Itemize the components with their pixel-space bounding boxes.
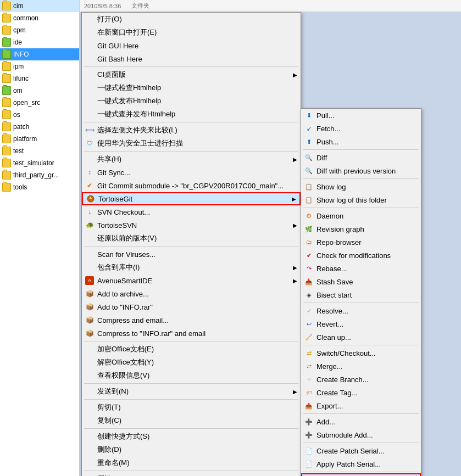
submenu-bisect-start[interactable]: ◈ Bisect start xyxy=(301,288,421,301)
sidebar-item-tools[interactable]: tools xyxy=(0,181,79,193)
sidebar-item-open-src[interactable]: open_src xyxy=(0,97,79,109)
submenu-show-log[interactable]: 📋 Show log xyxy=(301,180,421,193)
menu-ci-desktop[interactable]: CI桌面版 ▶ xyxy=(82,68,301,81)
menu-rename[interactable]: 重命名(M) xyxy=(82,456,301,469)
submenu-revert[interactable]: ↩ Revert... xyxy=(301,317,421,331)
menu-cut[interactable]: 剪切(T) xyxy=(82,401,301,414)
svg-point-2 xyxy=(89,197,90,198)
submenu-apply-patch[interactable]: 📄 Apply Patch Serial... xyxy=(301,457,421,471)
submenu-rebase[interactable]: ↷ Rebase... xyxy=(301,262,421,275)
submenu-export[interactable]: 📤 Export... xyxy=(301,399,421,412)
menu-svn-checkout[interactable]: ↓ SVN Checkout... xyxy=(82,205,301,219)
menu-avenue-smart-ide[interactable]: A AvenueSmartIDE ▶ xyxy=(82,274,301,287)
sidebar-item-patch[interactable]: patch xyxy=(0,121,79,133)
submenu-diff[interactable]: 🔍 Diff xyxy=(301,151,421,164)
menu-create-shortcut[interactable]: 创建快捷方式(S) xyxy=(82,430,301,443)
sep-4 xyxy=(303,303,419,303)
sidebar-item-cim[interactable]: cim xyxy=(0,0,79,12)
submenu-merge[interactable]: ⇌ Merge... xyxy=(301,360,421,373)
sidebar-item-om[interactable]: om xyxy=(0,85,79,97)
submenu-resolve[interactable]: ✓ Resolve... xyxy=(301,304,421,317)
sidebar-item-common[interactable]: common xyxy=(0,12,79,24)
menu-restore-version[interactable]: 还原以前的版本(V) xyxy=(82,232,301,245)
add-icon: ➕ xyxy=(304,417,313,426)
submenu-arrow: ▶ xyxy=(293,72,297,78)
sidebar-item-third-party[interactable]: third_party_gr... xyxy=(0,169,79,181)
submenu-switch-checkout[interactable]: ⇄ Switch/Checkout... xyxy=(301,346,421,360)
submenu-check-modifications[interactable]: ✔ Check for modifications xyxy=(301,249,421,262)
menu-htmlhelp-check[interactable]: 一键式检查Htmlhelp xyxy=(82,81,301,94)
submenu-stash-save[interactable]: 📥 Stash Save xyxy=(301,275,421,288)
submenu-create-branch[interactable]: ⑂ Create Branch... xyxy=(301,373,421,386)
submenu-push[interactable]: ⬆ Push... xyxy=(301,135,421,148)
submenu-diff-prev[interactable]: 🔍 Diff with previous version xyxy=(301,164,421,177)
sidebar-item-os[interactable]: os xyxy=(0,109,79,121)
menu-open-new-window[interactable]: 在新窗口中打开(E) xyxy=(82,26,301,39)
submenu-show-log-folder[interactable]: 📋 Show log of this folder xyxy=(301,193,421,206)
submenu-daemon[interactable]: ⚙ Daemon xyxy=(301,209,421,222)
menu-encrypt-office[interactable]: 加密Office文档(E) xyxy=(82,343,301,356)
menu-git-sync[interactable]: ↕ Git Sync... xyxy=(82,166,301,179)
menu-decrypt-office[interactable]: 解密Office文档(Y) xyxy=(82,356,301,369)
menu-htmlhelp-check-publish[interactable]: 一键式查并发布Htmlhelp xyxy=(82,108,301,121)
menu-open-new-window-label: 在新窗口中打开(E) xyxy=(97,27,157,37)
sidebar-item-label: test xyxy=(13,147,24,155)
submenu-apply-patch-label: Apply Patch Serial... xyxy=(316,460,381,468)
submenu-add[interactable]: ➕ Add... xyxy=(301,415,421,428)
menu-scan-virus[interactable]: Scan for Viruses... xyxy=(82,248,301,261)
submenu-repo-browser[interactable]: 🗂 Repo-browser xyxy=(301,236,421,249)
sidebar-item-lifunc[interactable]: lifunc xyxy=(0,72,79,85)
menu-add-info-rar[interactable]: 📦 Add to "INFO.rar" xyxy=(82,300,301,313)
menu-scan[interactable]: 🛡 使用华为安全卫士进行扫描 xyxy=(82,137,301,150)
submenu-create-patch[interactable]: 📄 Create Patch Serial... xyxy=(301,444,421,457)
sidebar-item-label: ipm xyxy=(13,63,24,70)
sidebar-item-info[interactable]: INFO xyxy=(0,48,79,60)
sidebar-item-test-simulator[interactable]: test_simulator xyxy=(0,157,79,169)
menu-compress-info-email[interactable]: 📦 Compress to "INFO.rar" and email xyxy=(82,327,301,340)
sidebar-item-ipm[interactable]: ipm xyxy=(0,60,79,72)
sidebar-item-platform[interactable]: platform xyxy=(0,133,79,145)
avenue-icon: A xyxy=(85,276,94,285)
submenu-settings[interactable]: Settings xyxy=(301,473,421,476)
sidebar-item-test[interactable]: test xyxy=(0,145,79,157)
submenu-submodule-add[interactable]: ➕ Submodule Add... xyxy=(301,428,421,441)
menu-git-gui[interactable]: Git GUI Here xyxy=(82,39,301,52)
submenu-pull[interactable]: ⬇ Pull... xyxy=(301,109,421,122)
menu-tortoisesvn[interactable]: 🐢 TortoiseSVN ▶ xyxy=(82,219,301,232)
separator-1 xyxy=(84,66,298,67)
submenu-fetch[interactable]: ↙ Fetch... xyxy=(301,122,421,135)
menu-delete-label: 删除(D) xyxy=(97,445,121,455)
sidebar-item-label: INFO xyxy=(13,51,29,58)
stash-icon: 📥 xyxy=(304,277,313,286)
submenu-daemon-label: Daemon xyxy=(316,212,343,220)
menu-add-info-rar-label: Add to "INFO.rar" xyxy=(97,303,153,311)
menu-add-archive-label: Add to archive... xyxy=(97,290,149,298)
sidebar-item-ide[interactable]: ide xyxy=(0,36,79,48)
menu-git-bash[interactable]: Git Bash Here xyxy=(82,52,301,65)
menu-compare-left[interactable]: ⟺ 选择左侧文件夹来比较(L) xyxy=(82,124,301,137)
date-label: 2010/9/5 8:36 xyxy=(84,3,121,9)
menu-create-shortcut-label: 创建快捷方式(S) xyxy=(97,432,149,441)
menu-open[interactable]: 打开(O) xyxy=(82,13,301,26)
menu-include-library[interactable]: 包含到库中(I) ▶ xyxy=(82,261,301,274)
menu-share[interactable]: 共享(H) ▶ xyxy=(82,153,301,166)
menu-cut-label: 剪切(T) xyxy=(97,402,121,412)
menu-htmlhelp-publish[interactable]: 一键式发布Htmlhelp xyxy=(82,94,301,108)
menu-git-commit-submodule[interactable]: ✔ Git Commit submodule -> "br_CGPV200R01… xyxy=(82,179,301,192)
menu-copy[interactable]: 复制(C) xyxy=(82,414,301,427)
archive4-icon: 📦 xyxy=(85,329,94,338)
menu-delete[interactable]: 删除(D) xyxy=(82,443,301,456)
submenu-revision-graph[interactable]: 🌿 Revision graph xyxy=(301,222,421,236)
menu-tortoisegit[interactable]: TortoiseGit ▶ xyxy=(82,192,301,205)
submenu-pull-label: Pull... xyxy=(316,111,335,120)
menu-properties[interactable]: 属性(R) xyxy=(82,472,301,476)
merge-icon: ⇌ xyxy=(304,362,313,371)
submenu-cleanup[interactable]: 🧹 Clean up... xyxy=(301,331,421,344)
menu-send-to[interactable]: 发送到(N) ▶ xyxy=(82,385,301,398)
menu-add-archive[interactable]: 📦 Add to archive... xyxy=(82,287,301,300)
sidebar-item-cpm[interactable]: cpm xyxy=(0,24,79,36)
menu-compress-email[interactable]: 📦 Compress and email... xyxy=(82,313,301,327)
submenu-push-label: Push... xyxy=(316,138,338,146)
submenu-create-tag[interactable]: 🏷 Create Tag... xyxy=(301,386,421,399)
menu-view-permissions[interactable]: 查看权限信息(V) xyxy=(82,369,301,382)
